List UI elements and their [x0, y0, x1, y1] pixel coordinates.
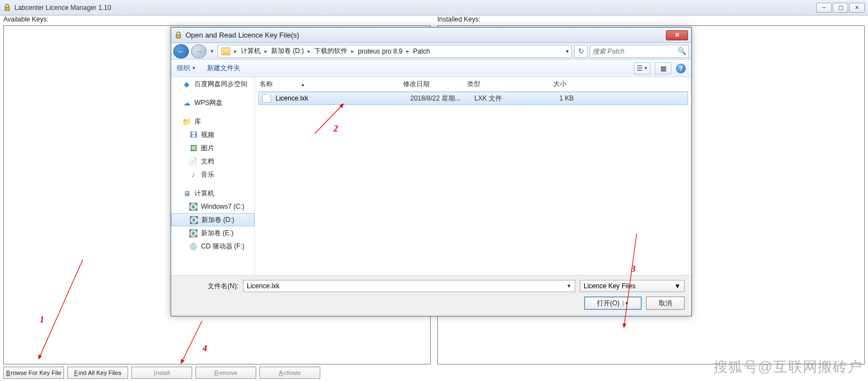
browse-button[interactable]: Browse For Key File — [3, 367, 64, 379]
folder-icon — [221, 47, 230, 55]
tree-item[interactable]: 💽新加卷 (D:) — [171, 213, 255, 226]
refresh-button[interactable]: ↻ — [574, 45, 588, 58]
tree-item[interactable]: ◆百度网盘同步空间 — [171, 77, 255, 91]
minimize-button[interactable]: ─ — [816, 3, 832, 13]
remove-button[interactable]: Remove — [195, 367, 256, 379]
breadcrumb-seg[interactable]: 下载的软件 — [312, 45, 350, 57]
install-button[interactable]: Install — [131, 367, 192, 379]
tree-icon: 💽 — [189, 202, 198, 211]
breadcrumb-bar[interactable]: ▸ 计算机▸ 新加卷 (D:)▸ 下载的软件▸ proteus pro 8.9▸… — [218, 45, 572, 58]
main-titlebar: Labcenter Licence Manager 1.10 ─ ▢ ✕ — [0, 0, 868, 15]
search-box[interactable]: 🔍 — [590, 45, 689, 58]
tree-item[interactable]: 💿CD 驱动器 (F:) — [171, 240, 255, 253]
breadcrumb-seg[interactable]: 计算机 — [239, 45, 263, 57]
open-file-dialog: Open and Read Licence Key File(s) ✕ ← → … — [171, 27, 692, 316]
close-button[interactable]: ✕ — [849, 3, 865, 13]
tree-icon: ☁ — [182, 98, 191, 107]
tree-item[interactable]: 📁库 — [171, 115, 255, 128]
filename-label: 文件名(N): — [178, 282, 239, 291]
nav-forward-button[interactable]: → — [191, 44, 207, 59]
file-type-filter[interactable]: Licence Key Files▼ — [580, 280, 685, 292]
find-all-button[interactable]: Find All Key Files — [67, 367, 128, 379]
tree-item[interactable]: ♪音乐 — [171, 168, 255, 181]
tree-icon: 💿 — [189, 242, 198, 251]
lock-icon — [3, 4, 11, 12]
nav-history-dropdown[interactable]: ▼ — [209, 45, 215, 58]
help-icon[interactable]: ? — [676, 64, 686, 73]
tree-icon: 🖼 — [189, 144, 198, 152]
tree-icon: 💽 — [189, 229, 198, 237]
open-button[interactable]: 打开(O)│▼ — [584, 297, 642, 310]
main-title: Labcenter Licence Manager 1.10 — [14, 4, 816, 12]
watermark: 搜狐号@互联网搬砖户 — [713, 357, 862, 377]
new-folder-button[interactable]: 新建文件夹 — [207, 64, 240, 73]
preview-button[interactable]: ▦ — [655, 62, 671, 75]
cancel-button[interactable]: 取消 — [646, 297, 685, 310]
tree-pane[interactable]: ◆百度网盘同步空间☁WPS网盘📁库🎞视频🖼图片📄文档♪音乐🖥计算机💽Window… — [171, 77, 255, 275]
breadcrumb-seg[interactable]: 新加卷 (D:) — [269, 45, 306, 57]
tree-item[interactable]: 💽新加卷 (E:) — [171, 226, 255, 240]
tree-icon: 💽 — [189, 215, 198, 224]
annotation-3: 3 — [631, 264, 636, 274]
organize-button[interactable]: 组织▼ — [177, 64, 196, 73]
breadcrumb-seg[interactable]: proteus pro 8.9 — [356, 45, 405, 57]
tree-icon: 🖥 — [182, 189, 191, 198]
activate-button[interactable]: Activate — [260, 367, 320, 379]
filename-input[interactable]: Licence.lxk▼ — [243, 280, 575, 292]
tree-item[interactable]: 🖼图片 — [171, 141, 255, 155]
maximize-button[interactable]: ▢ — [833, 3, 848, 13]
tree-item[interactable]: 🖥计算机 — [171, 187, 255, 200]
nav-back-button[interactable]: ← — [173, 44, 189, 59]
tree-icon: ♪ — [189, 170, 198, 179]
tree-icon: ◆ — [182, 80, 191, 88]
tree-item[interactable]: 🎞视频 — [171, 128, 255, 141]
annotation-4: 4 — [203, 343, 207, 353]
file-row[interactable]: Licence.lxk 2018/8/22 星期... LXK 文件 1 KB — [258, 92, 688, 105]
tree-icon: 🎞 — [189, 130, 198, 139]
file-icon — [262, 94, 271, 103]
tree-item[interactable]: ☁WPS网盘 — [171, 96, 255, 109]
svg-rect-0 — [5, 7, 9, 10]
available-keys-label: Available Keys: — [0, 15, 434, 25]
svg-rect-1 — [176, 35, 181, 38]
tree-item[interactable]: 📄文档 — [171, 155, 255, 168]
annotation-1: 1 — [40, 315, 44, 325]
dialog-title: Open and Read Licence Key File(s) — [186, 31, 666, 39]
search-icon: 🔍 — [678, 47, 686, 55]
file-list-header[interactable]: 名称▲ 修改日期 类型 大小 — [255, 77, 691, 92]
breadcrumb-seg[interactable]: Patch — [411, 45, 432, 57]
annotation-2: 2 — [334, 124, 338, 134]
tree-icon: 📄 — [189, 157, 198, 166]
view-mode-button[interactable]: ☰ ▼ — [634, 62, 650, 75]
lock-icon — [174, 31, 182, 39]
dialog-close-button[interactable]: ✕ — [666, 30, 688, 40]
installed-keys-label: Installed Keys: — [434, 15, 868, 25]
tree-icon: 📁 — [182, 117, 191, 126]
search-input[interactable] — [592, 47, 678, 55]
tree-item[interactable]: 💽Windows7 (C:) — [171, 200, 255, 213]
